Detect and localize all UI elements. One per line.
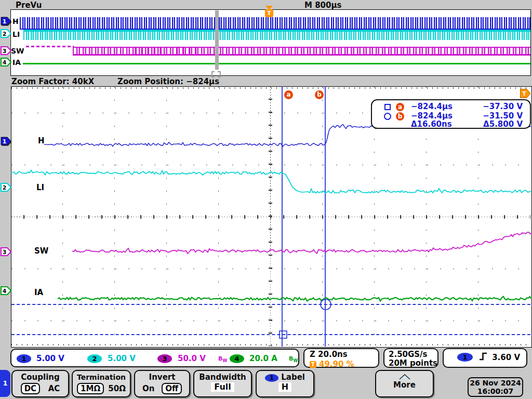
overview-label-ch2: LI <box>12 31 20 38</box>
channel-2-badge[interactable]: 2 <box>87 354 102 363</box>
channel-1-menu-tab[interactable]: 1 <box>0 370 10 397</box>
channel-3-marker[interactable]: 3 <box>1 247 12 257</box>
overview-trace-ch3 <box>73 47 530 56</box>
channel-4-marker-overview[interactable]: 4 <box>1 58 12 67</box>
trace-label-ch4: IA <box>34 288 43 297</box>
coupling-option-dc[interactable]: DC <box>21 383 40 394</box>
channel-2-scale[interactable]: 5.00 V <box>108 354 136 363</box>
bandwidth-title: Bandwidth <box>194 373 251 382</box>
label-button[interactable]: 1 Label H <box>256 370 314 397</box>
channel-1-badge[interactable]: 1 <box>17 354 31 363</box>
channel-3-badge[interactable]: 3 <box>157 354 172 363</box>
cursor-a-id-badge: a <box>396 103 404 111</box>
channel-scale-bar: 1 5.00 V 2 5.00 V 3 50.0 V BW 4 20.0 A B… <box>10 349 299 367</box>
sample-rate: 2.50GS/s <box>389 350 437 359</box>
channel-3-scale[interactable]: 50.0 V <box>178 354 206 363</box>
overview-trace-ch1 <box>20 17 530 30</box>
cursor-a-value: −37.30 V <box>483 102 523 111</box>
time-readout: 16:00:07 <box>469 387 522 395</box>
label-channel-badge: 1 <box>265 374 278 382</box>
zoom-window-indicator[interactable] <box>215 10 219 70</box>
sample-rate-box: 2.50GS/s 20M points <box>383 348 438 368</box>
trace-label-ch2: LI <box>36 183 44 192</box>
overview-label-ch4: IA <box>12 59 21 66</box>
channel-3-bw-limit-icon: BW <box>218 355 227 363</box>
invert-option-off[interactable]: Off <box>162 383 182 394</box>
trigger-slope-rising-icon <box>479 352 488 362</box>
channel-2-marker[interactable]: 2 <box>1 183 12 192</box>
chevron-up-icon <box>397 373 412 380</box>
trigger-level: 3.60 V <box>492 353 520 362</box>
cursor-delta-time: Δ16.60ns <box>411 119 452 129</box>
zoom-scale-box: Z 20.0ns T 49.90 % <box>303 348 379 368</box>
date-readout: 26 Nov 2024 <box>469 379 522 387</box>
overview-label-ch3: SW <box>11 47 24 55</box>
trace-label-ch1: H <box>38 137 45 145</box>
termination-button[interactable]: Termination 1MΩ 50Ω <box>72 370 131 397</box>
trigger-marker-right[interactable]: T <box>520 89 531 98</box>
overview-trace-ch2 <box>23 30 530 40</box>
overview-label-ch1: H <box>12 18 19 25</box>
cursor-delta-value: Δ5.800 V <box>483 119 523 129</box>
svg-text:1: 1 <box>3 138 7 145</box>
cursor-a-badge[interactable]: a <box>284 90 293 99</box>
trigger-position-flag[interactable]: T <box>265 9 273 17</box>
bandwidth-button[interactable]: Bandwidth Full <box>193 370 252 397</box>
channel-4-scale[interactable]: 20.0 A <box>249 354 277 363</box>
channel-1-scale[interactable]: 5.00 V <box>36 354 64 363</box>
channel-1-marker[interactable]: 1 <box>1 137 12 146</box>
channel-1-marker-overview[interactable]: 1 <box>1 17 12 26</box>
acquisition-status: PreVu <box>16 1 42 10</box>
svg-text:3: 3 <box>3 48 7 55</box>
termination-option-1mohm[interactable]: 1MΩ <box>77 383 104 394</box>
bandwidth-value: Full <box>211 382 234 392</box>
zoom-timebase: Z 20.0ns <box>310 350 378 359</box>
channel-4-badge[interactable]: 4 <box>230 354 244 363</box>
overview-trace-ch4 <box>23 63 530 64</box>
invert-option-on[interactable]: On <box>142 384 154 393</box>
label-value: H <box>278 382 291 392</box>
zoom-window-bracket <box>211 71 221 75</box>
coupling-option-ac[interactable]: AC <box>48 384 60 393</box>
zoom-factor-readout: Zoom Factor: 40kX <box>11 77 94 86</box>
coupling-title: Coupling <box>12 373 68 382</box>
svg-text:T: T <box>522 90 526 97</box>
overview-trace-ch3-dashed-lead <box>26 46 74 47</box>
cursor-b-badge[interactable]: b <box>315 90 324 99</box>
cursor-a-square-icon <box>384 104 391 110</box>
svg-text:2: 2 <box>3 184 7 191</box>
channel-4-bw-limit-icon: BW <box>289 355 298 363</box>
record-length: 20M points <box>389 359 437 368</box>
more-label: More <box>376 381 433 389</box>
cursor-b-circle-icon <box>384 113 391 120</box>
timebase-readout: M 800µs <box>304 1 341 10</box>
svg-text:1: 1 <box>3 18 7 25</box>
svg-text:4: 4 <box>3 288 7 295</box>
termination-option-50ohm[interactable]: 50Ω <box>108 384 126 393</box>
channel-3-marker-overview[interactable]: 3 <box>1 46 12 56</box>
trigger-icon: T <box>310 361 316 368</box>
svg-text:3: 3 <box>3 249 7 256</box>
invert-button[interactable]: Invert On Off <box>134 370 190 397</box>
zoom-position-readout: Zoom Position: −824µs <box>117 77 219 86</box>
invert-title: Invert <box>135 373 189 382</box>
oscilloscope-screen: PreVu M 800µs T 1 2 3 4 H LI SW IA Zoom … <box>0 0 532 399</box>
datetime-box: 26 Nov 2024 16:00:07 <box>468 377 523 397</box>
label-title: 1 Label <box>257 373 313 382</box>
termination-title: Termination <box>73 373 130 382</box>
svg-text:4: 4 <box>3 59 7 66</box>
trace-label-ch3: SW <box>34 247 48 255</box>
cursor-a-time: −824.4µs <box>411 102 453 111</box>
cursor-b-id-badge: b <box>396 112 404 121</box>
trigger-position-percent: 49.90 % <box>319 360 354 369</box>
cursor-readout-box: a −824.4µs −37.30 V b −824.4µs −31.50 V … <box>371 99 531 129</box>
trigger-readout-box: 1 3.60 V <box>443 348 527 368</box>
trigger-source-badge: 1 <box>457 353 473 362</box>
coupling-button[interactable]: Coupling DC AC <box>11 370 69 397</box>
more-button[interactable]: More <box>375 370 434 397</box>
channel-2-marker-overview[interactable]: 2 <box>1 29 12 38</box>
channel-4-marker[interactable]: 4 <box>1 286 12 296</box>
svg-text:2: 2 <box>3 31 7 37</box>
